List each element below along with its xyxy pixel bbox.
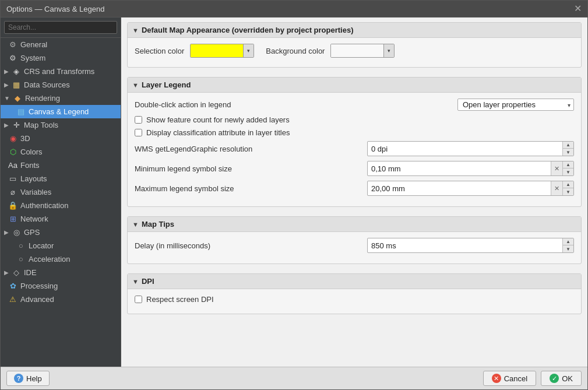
action-buttons: ✕ Cancel ✓ OK (483, 371, 582, 386)
sidebar-item-rendering[interactable]: ▼ ◆ Rendering (1, 92, 121, 105)
delay-spin-up[interactable]: ▲ (563, 238, 573, 245)
section-body-dpi: Respect screen DPI (128, 289, 581, 314)
collapse-toggle[interactable]: ▼ (132, 82, 139, 89)
cancel-label: Cancel (504, 374, 527, 383)
sidebar-item-crs[interactable]: ▶ ◈ CRS and Transforms (1, 65, 121, 78)
delay-spin-arrows: ▲ ▼ (562, 238, 573, 252)
selection-color-label: Selection color (135, 47, 184, 55)
variables-icon: ⌀ (9, 188, 17, 196)
threed-icon: ◉ (9, 135, 17, 143)
max-symbol-spinbox: ✕ ▲ ▼ (367, 181, 574, 196)
collapse-toggle[interactable]: ▼ (132, 221, 139, 228)
section-header-default-map-appearance: ▼ Default Map Appearance (overridden by … (128, 23, 581, 38)
sidebar-item-fonts[interactable]: Aa Fonts (1, 159, 121, 172)
feature-count-checkbox[interactable] (135, 116, 142, 124)
wms-label: WMS getLegendGraphic resolution (135, 145, 252, 153)
wms-spin-arrows: ▲ ▼ (562, 142, 573, 156)
sidebar-item-map-tools[interactable]: ▶ ✛ Map Tools (1, 118, 121, 132)
sidebar-item-colors[interactable]: ⬡ Colors (1, 145, 121, 159)
section-header-layer-legend: ▼ Layer Legend (128, 78, 581, 93)
min-symbol-spin-up[interactable]: ▲ (563, 161, 573, 168)
wms-spin-up[interactable]: ▲ (563, 142, 573, 149)
selection-color-row: Selection color ▾ Background color ▾ (135, 44, 574, 58)
sidebar-item-locator[interactable]: ○ Locator (1, 239, 121, 252)
delay-input[interactable] (368, 240, 562, 252)
sidebar-item-canvas-legend[interactable]: ▤ Canvas & Legend (1, 105, 121, 118)
classification-attr-checkbox[interactable] (135, 129, 142, 136)
cancel-icon: ✕ (492, 374, 501, 383)
ide-icon: ◇ (12, 269, 20, 277)
sidebar-item-authentication[interactable]: 🔒 Authentication (1, 199, 121, 212)
max-symbol-clear[interactable]: ✕ (551, 181, 562, 195)
cancel-button[interactable]: ✕ Cancel (483, 371, 536, 386)
close-button[interactable]: ✕ (574, 4, 582, 13)
sidebar-item-label: Acceleration (29, 255, 71, 263)
ok-button[interactable]: ✓ OK (541, 371, 582, 386)
sidebar-item-label: General (20, 40, 47, 49)
max-symbol-arrows: ▲ ▼ (562, 181, 573, 195)
section-body-layer-legend: Double-click action in legend Open layer… (128, 93, 581, 206)
auth-icon: 🔒 (9, 202, 17, 210)
background-color-dropdown[interactable]: ▾ (383, 44, 394, 57)
section-layer-legend: ▼ Layer Legend Double-click action in le… (127, 77, 582, 207)
arrow-icon: ▶ (4, 68, 9, 75)
double-click-action-row: Double-click action in legend Open layer… (135, 99, 574, 111)
wms-spin-down[interactable]: ▼ (563, 149, 573, 156)
sidebar-item-label: Fonts (20, 161, 40, 170)
tools-icon: ✛ (12, 121, 20, 129)
sidebar-item-label: Processing (20, 282, 58, 290)
sidebar-item-label: IDE (24, 268, 37, 277)
respect-dpi-label: Respect screen DPI (146, 295, 214, 304)
delay-spinbox: ▲ ▼ (367, 238, 574, 253)
sidebar-item-network[interactable]: ⊞ Network (1, 212, 121, 226)
min-symbol-arrows: ▲ ▼ (562, 161, 573, 175)
respect-dpi-checkbox[interactable] (135, 296, 142, 303)
sidebar-item-advanced[interactable]: ⚠ Advanced (1, 293, 121, 306)
double-click-dropdown[interactable]: Open layer properties Open layer style p… (457, 99, 574, 111)
min-symbol-spin-down[interactable]: ▼ (563, 168, 573, 175)
sidebar-item-ide[interactable]: ▶ ◇ IDE (1, 266, 121, 279)
db-icon: ▦ (12, 81, 20, 89)
delay-spin-down[interactable]: ▼ (563, 245, 573, 252)
selection-color-dropdown[interactable]: ▾ (243, 44, 253, 57)
sidebar-item-label: Map Tools (24, 121, 58, 129)
sidebar-item-gps[interactable]: ▶ ◎ GPS (1, 226, 121, 239)
section-title: Map Tips (142, 220, 174, 229)
ok-label: OK (562, 374, 573, 383)
sidebar-item-label: Variables (20, 188, 51, 196)
collapse-toggle[interactable]: ▼ (132, 27, 139, 34)
sidebar-item-layouts[interactable]: ▭ Layouts (1, 172, 121, 185)
wms-spinbox: ▲ ▼ (367, 141, 574, 156)
wms-resolution-row: WMS getLegendGraphic resolution ▲ ▼ (135, 141, 574, 156)
search-input[interactable] (4, 21, 117, 34)
sidebar-item-label: GPS (24, 228, 40, 237)
arrow-icon: ▶ (4, 122, 9, 128)
min-symbol-clear[interactable]: ✕ (551, 161, 562, 175)
locator-icon: ○ (17, 242, 25, 250)
section-header-map-tips: ▼ Map Tips (128, 217, 581, 232)
max-symbol-spin-up[interactable]: ▲ (563, 181, 573, 188)
sidebar-item-label: Advanced (20, 295, 54, 304)
sidebar-item-label: Canvas & Legend (29, 107, 89, 116)
section-body-map-tips: Delay (in milliseconds) ▲ ▼ (128, 232, 581, 263)
sidebar-item-general[interactable]: ⚙ General (1, 38, 121, 51)
arrow-icon: ▶ (4, 82, 9, 88)
feature-count-label: Show feature count for newly added layer… (146, 115, 290, 124)
max-symbol-input[interactable] (368, 182, 551, 195)
colors-icon: ⬡ (9, 148, 17, 156)
selection-color-button[interactable]: ▾ (190, 44, 254, 58)
sidebar-item-datasources[interactable]: ▶ ▦ Data Sources (1, 78, 121, 92)
max-symbol-row: Maximum legend symbol size ✕ ▲ ▼ (135, 181, 574, 196)
wms-input[interactable] (368, 143, 562, 155)
collapse-toggle[interactable]: ▼ (132, 278, 139, 285)
section-header-dpi: ▼ DPI (128, 274, 581, 289)
sidebar-item-system[interactable]: ⚙ System (1, 51, 121, 65)
sidebar-item-3d[interactable]: ◉ 3D (1, 132, 121, 145)
sidebar-item-acceleration[interactable]: ○ Acceleration (1, 252, 121, 266)
sidebar-item-variables[interactable]: ⌀ Variables (1, 185, 121, 199)
max-symbol-spin-down[interactable]: ▼ (563, 188, 573, 195)
min-symbol-input[interactable] (368, 163, 551, 175)
sidebar-item-processing[interactable]: ✿ Processing (1, 279, 121, 293)
background-color-button[interactable]: ▾ (330, 44, 395, 58)
help-button[interactable]: ? Help (6, 371, 50, 386)
